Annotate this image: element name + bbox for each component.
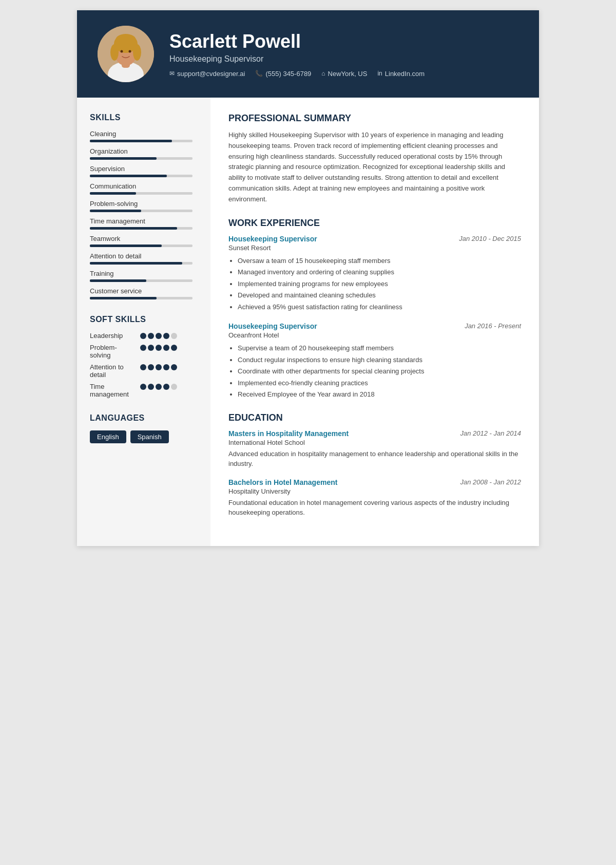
dot-filled — [148, 384, 154, 390]
skill-bar — [90, 227, 192, 230]
main-content: PROFESSIONAL SUMMARY Highly skilled Hous… — [210, 98, 539, 546]
job-title: Housekeeping Supervisor — [169, 54, 425, 64]
skill-name: Cleaning — [90, 130, 198, 138]
skill-item: Training — [90, 270, 198, 282]
bullet: Managed inventory and ordering of cleani… — [238, 267, 521, 277]
location-contact: ⌂ NewYork, US — [321, 70, 367, 78]
dot-empty — [171, 384, 177, 390]
skill-fill — [90, 140, 172, 142]
skill-name: Teamwork — [90, 235, 198, 242]
dot-filled — [156, 333, 162, 339]
languages-section: LANGUAGES EnglishSpanish — [90, 413, 198, 443]
dot-filled — [140, 364, 146, 370]
skill-name: Training — [90, 270, 198, 277]
bullet: Received Employee of the Year award in 2… — [238, 389, 521, 400]
skill-fill — [90, 297, 157, 299]
skill-name: Communication — [90, 182, 198, 190]
soft-skills-list: LeadershipProblem-solvingAttention to de… — [90, 332, 198, 398]
skill-bar — [90, 279, 192, 282]
dots — [140, 384, 177, 390]
job-header: Housekeeping Supervisor Jan 2010 - Dec 2… — [228, 235, 521, 243]
dots — [140, 333, 177, 339]
skill-name: Problem-solving — [90, 200, 198, 208]
job-item: Housekeeping Supervisor Jan 2010 - Dec 2… — [228, 235, 521, 312]
soft-skill-name: Problem-solving — [90, 344, 136, 359]
bullet: Conduct regular inspections to ensure hi… — [238, 355, 521, 365]
phone-icon: 📞 — [255, 70, 263, 77]
dot-filled — [163, 364, 169, 370]
skill-item: Time management — [90, 217, 198, 230]
dot-filled — [163, 345, 169, 351]
skill-bar — [90, 210, 192, 212]
svg-point-5 — [110, 44, 119, 61]
skill-fill — [90, 262, 182, 265]
skill-bar — [90, 175, 192, 177]
soft-skill-name: Leadership — [90, 332, 136, 340]
summary-text: Highly skilled Housekeeping Supervisor w… — [228, 130, 521, 205]
linkedin-value: LinkedIn.com — [385, 70, 425, 78]
lang-tag: English — [90, 430, 126, 443]
bullet: Supervise a team of 20 housekeeping staf… — [238, 343, 521, 353]
email-icon: ✉ — [169, 70, 175, 77]
skill-bar — [90, 140, 192, 142]
svg-point-9 — [129, 50, 131, 53]
job-header: Housekeeping Supervisor Jan 2016 - Prese… — [228, 322, 521, 330]
bullet: Achieved a 95% guest satisfaction rating… — [238, 302, 521, 312]
skill-fill — [90, 157, 157, 160]
edu-school: International Hotel School — [228, 439, 521, 446]
phone-value: (555) 345-6789 — [265, 70, 311, 78]
work-section: WORK EXPERIENCE Housekeeping Supervisor … — [228, 218, 521, 400]
edu-degree: Masters in Hospitality Management — [228, 429, 349, 438]
languages-title: LANGUAGES — [90, 413, 198, 423]
candidate-name: Scarlett Powell — [169, 31, 425, 52]
skills-title: SKILLS — [90, 113, 198, 122]
dot-filled — [148, 364, 154, 370]
dot-filled — [171, 345, 177, 351]
location-icon: ⌂ — [321, 70, 325, 77]
svg-point-6 — [133, 44, 141, 61]
soft-skills-title: SOFT SKILLS — [90, 315, 198, 324]
svg-point-8 — [121, 50, 123, 53]
header-info: Scarlett Powell Housekeeping Supervisor … — [169, 31, 425, 78]
skill-fill — [90, 175, 167, 177]
summary-title: PROFESSIONAL SUMMARY — [228, 113, 521, 124]
resume-page: Scarlett Powell Housekeeping Supervisor … — [77, 10, 539, 546]
dot-filled — [156, 364, 162, 370]
sidebar: SKILLS Cleaning Organization Supervision… — [77, 98, 210, 546]
edu-desc: Foundational education in hotel manageme… — [228, 498, 521, 518]
skill-item: Attention to detail — [90, 252, 198, 265]
bullet: Developed and maintained cleaning schedu… — [238, 290, 521, 300]
job-role: Housekeeping Supervisor — [228, 322, 317, 330]
soft-skill-item: Leadership — [90, 332, 198, 340]
jobs-list: Housekeeping Supervisor Jan 2010 - Dec 2… — [228, 235, 521, 400]
skill-item: Cleaning — [90, 130, 198, 142]
skill-fill — [90, 227, 177, 230]
lang-tag: Spanish — [130, 430, 169, 443]
skill-fill — [90, 210, 141, 212]
soft-skill-name: Attention to detail — [90, 363, 136, 379]
avatar — [98, 26, 154, 82]
header: Scarlett Powell Housekeeping Supervisor … — [77, 10, 539, 98]
email-contact: ✉ support@cvdesigner.ai — [169, 70, 245, 78]
skill-bar — [90, 262, 192, 265]
soft-skill-item: Attention to detail — [90, 363, 198, 379]
bullet: Implemented training programs for new em… — [238, 279, 521, 289]
body: SKILLS Cleaning Organization Supervision… — [77, 98, 539, 546]
skill-item: Organization — [90, 147, 198, 160]
dot-filled — [140, 384, 146, 390]
dot-filled — [140, 333, 146, 339]
skill-name: Supervision — [90, 165, 198, 173]
dots — [140, 364, 177, 370]
job-role: Housekeeping Supervisor — [228, 235, 317, 243]
bullet: Coordinate with other departments for sp… — [238, 366, 521, 377]
bullet: Implemented eco-friendly cleaning practi… — [238, 378, 521, 388]
edu-date: Jan 2008 - Jan 2012 — [460, 478, 521, 486]
skill-name: Attention to detail — [90, 252, 198, 260]
skill-name: Organization — [90, 147, 198, 155]
dots — [140, 345, 177, 351]
skill-fill — [90, 279, 146, 282]
edu-desc: Advanced education in hospitality manage… — [228, 449, 521, 469]
edu-header: Bachelors in Hotel Management Jan 2008 -… — [228, 478, 521, 486]
edu-degree: Bachelors in Hotel Management — [228, 478, 337, 486]
skill-fill — [90, 192, 136, 195]
